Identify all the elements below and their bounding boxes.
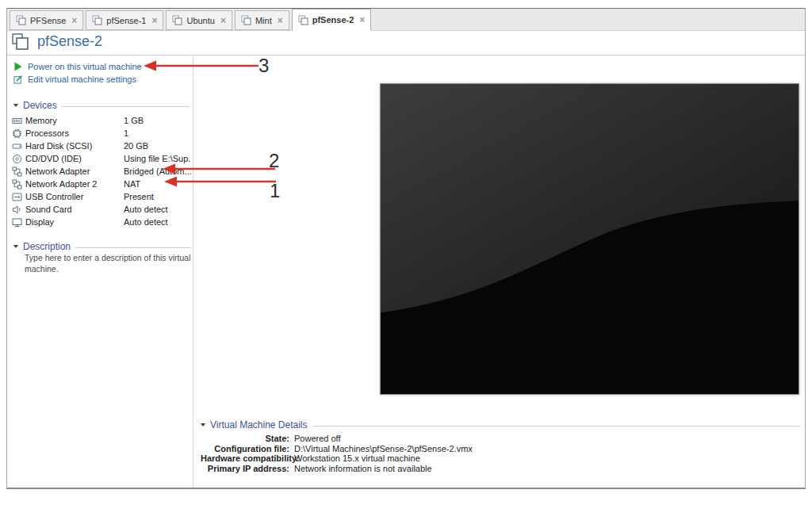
vm-details-header[interactable]: Virtual Machine Details xyxy=(201,419,800,430)
device-row-hard-disk[interactable]: Hard Disk (SCSI) 20 GB xyxy=(12,140,191,152)
detail-label-primary-ip: Primary IP address: xyxy=(201,465,289,474)
device-row-network-adapter[interactable]: Network Adapter Bridged (Autom... xyxy=(12,165,191,178)
tab-mint[interactable]: Mint × xyxy=(235,10,289,30)
vm-icon xyxy=(12,33,29,50)
vm-icon xyxy=(298,15,308,25)
vm-console-preview[interactable] xyxy=(380,83,799,395)
tab-pfsense-1[interactable]: pfSense-1 × xyxy=(86,10,163,30)
detail-label-hw-compat: Hardware compatibility: xyxy=(201,454,289,464)
close-icon[interactable]: × xyxy=(151,15,157,26)
vm-icon xyxy=(92,15,102,25)
vm-icon xyxy=(241,15,251,25)
collapse-triangle-icon xyxy=(201,423,205,427)
tab-label: pfSense-2 xyxy=(312,15,354,25)
tab-pfsense-2-active[interactable]: pfSense-2 × xyxy=(292,9,372,31)
network-adapter-icon xyxy=(12,166,22,177)
devices-section-title: Devices xyxy=(23,100,57,111)
section-rule xyxy=(62,106,190,107)
edit-settings-link[interactable]: Edit virtual machine settings xyxy=(13,75,136,84)
close-icon[interactable]: × xyxy=(278,15,283,26)
power-on-link[interactable]: Power on this virtual machine xyxy=(13,62,142,71)
vm-details-title: Virtual Machine Details xyxy=(210,419,308,430)
device-row-sound-card[interactable]: Sound Card Auto detect xyxy=(12,203,191,216)
vm-icon xyxy=(172,15,182,25)
vmware-workstation-window: PFSense × pfSense-1 × Ubuntu × Mint × pf… xyxy=(6,8,806,489)
usb-icon xyxy=(12,192,22,202)
detail-value-hw-compat: Workstation 15.x virtual machine xyxy=(294,454,800,464)
tab-ubuntu[interactable]: Ubuntu × xyxy=(166,10,232,30)
vm-details-rows: State: Powered off Configuration file: D… xyxy=(201,434,800,473)
device-row-memory[interactable]: Memory 1 GB xyxy=(12,114,191,127)
cd-dvd-icon xyxy=(12,154,22,164)
device-row-processors[interactable]: Processors 1 xyxy=(12,127,191,140)
device-row-cd-dvd[interactable]: CD/DVD (IDE) Using file E:\Sup... xyxy=(12,152,191,165)
processor-icon xyxy=(12,128,22,139)
network-adapter-icon xyxy=(12,179,22,189)
vm-details-section: Virtual Machine Details State: Powered o… xyxy=(201,419,800,473)
close-icon[interactable]: × xyxy=(220,15,226,26)
section-rule xyxy=(312,426,800,427)
device-row-network-adapter-2[interactable]: Network Adapter 2 NAT xyxy=(12,178,191,190)
close-icon[interactable]: × xyxy=(359,14,365,25)
memory-icon xyxy=(12,116,22,126)
play-icon xyxy=(13,62,23,71)
edit-settings-label: Edit virtual machine settings xyxy=(28,75,136,84)
detail-value-state: Powered off xyxy=(294,434,800,444)
section-rule xyxy=(75,247,191,248)
page-title: pfSense-2 xyxy=(12,33,102,50)
description-input[interactable]: Type here to enter a description of this… xyxy=(25,252,195,274)
hard-disk-icon xyxy=(12,141,22,151)
display-icon xyxy=(12,217,22,228)
device-row-display[interactable]: Display Auto detect xyxy=(12,216,191,228)
detail-label-state: State: xyxy=(201,434,289,444)
tab-label: Ubuntu xyxy=(186,16,214,25)
sound-icon xyxy=(12,205,22,215)
title-divider xyxy=(7,55,805,55)
tab-label: pfSense-1 xyxy=(106,16,146,25)
device-list: Memory 1 GB Processors 1 Hard Disk (SCSI… xyxy=(12,114,191,228)
vm-icon xyxy=(16,15,26,25)
tab-pfsense[interactable]: PFSense × xyxy=(10,10,83,30)
tab-label: PFSense xyxy=(30,16,66,25)
edit-settings-icon xyxy=(13,75,23,84)
vm-tab-bar: PFSense × pfSense-1 × Ubuntu × Mint × pf… xyxy=(7,9,805,31)
vm-title-text: pfSense-2 xyxy=(37,33,102,50)
device-row-usb-controller[interactable]: USB Controller Present xyxy=(12,190,191,203)
tab-label: Mint xyxy=(255,16,272,25)
collapse-triangle-icon xyxy=(13,104,18,107)
close-icon[interactable]: × xyxy=(71,15,77,26)
description-section-header[interactable]: Description xyxy=(13,241,191,252)
detail-label-config-file: Configuration file: xyxy=(201,445,289,454)
collapse-triangle-icon xyxy=(13,245,18,248)
devices-section-header[interactable]: Devices xyxy=(13,100,190,111)
console-screen-art xyxy=(381,84,799,394)
detail-value-primary-ip: Network information is not available xyxy=(294,465,800,474)
power-on-label: Power on this virtual machine xyxy=(28,62,142,71)
description-section-title: Description xyxy=(23,241,71,252)
detail-value-config-file: D:\Virtual Machines\pfSense-2\pfSense-2.… xyxy=(294,445,800,454)
